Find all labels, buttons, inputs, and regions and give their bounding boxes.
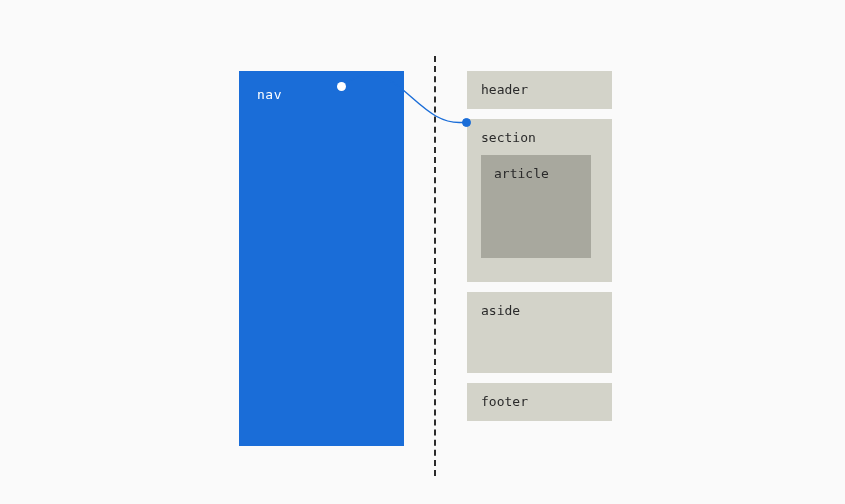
path-end-dot-icon (462, 118, 471, 127)
right-column: header section article aside footer (467, 71, 612, 431)
footer-label: footer (481, 394, 528, 409)
vertical-divider (434, 56, 436, 476)
layout-diagram: nav header section article aside footer (0, 0, 845, 504)
section-block: section article (467, 119, 612, 282)
article-block: article (481, 155, 591, 258)
nav-label: nav (257, 87, 282, 102)
path-start-dot-icon (337, 82, 346, 91)
section-label: section (481, 130, 536, 145)
footer-block: footer (467, 383, 612, 421)
aside-block: aside (467, 292, 612, 373)
article-label: article (494, 166, 549, 181)
connector-curve-icon (0, 0, 845, 504)
header-block: header (467, 71, 612, 109)
header-label: header (481, 82, 528, 97)
aside-label: aside (481, 303, 520, 318)
nav-block: nav (239, 71, 404, 446)
